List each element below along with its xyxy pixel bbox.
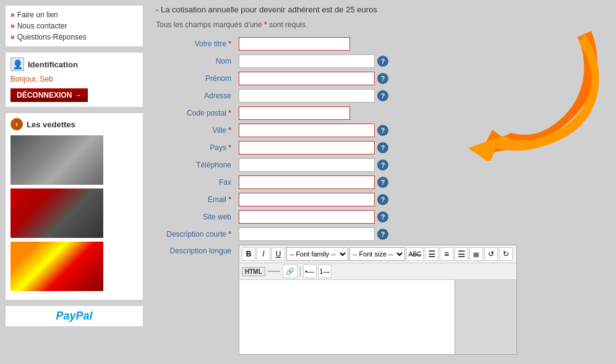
sidebar-link-questions[interactable]: Questions-Réponses: [11, 32, 138, 43]
rte-abc-button[interactable]: ABC: [406, 247, 424, 261]
input-fax[interactable]: [239, 176, 375, 189]
help-icon-fax[interactable]: ?: [377, 177, 388, 188]
registration-form: Votre titre * Nom ?: [156, 35, 609, 357]
input-nom[interactable]: [239, 54, 375, 68]
label-description-longue: Description longue: [156, 243, 236, 357]
input-email[interactable]: [239, 193, 375, 206]
identification-title: Identification: [28, 60, 78, 69]
field-email: Email * ?: [156, 191, 609, 208]
input-cell-votre-titre: [236, 35, 609, 53]
input-prenom[interactable]: [239, 72, 375, 85]
help-icon-telephone[interactable]: ?: [377, 159, 388, 171]
main-content: - La cotisation annuelle pour devenir ad…: [148, 0, 616, 364]
input-ville[interactable]: [239, 124, 375, 137]
input-cell-email: ?: [236, 191, 609, 208]
input-cell-description-longue: B I U -- Font family -- -- Font size -- …: [236, 243, 609, 357]
identification-box: 👤 Identification Bonjour, Seb DÉCONNEXIO…: [5, 52, 143, 108]
rte-underline-button[interactable]: U: [272, 247, 285, 261]
rte-align-center-button[interactable]: ≡: [440, 247, 453, 261]
vedette-image-1[interactable]: [11, 135, 103, 185]
input-cell-code-postal: [236, 104, 609, 122]
input-cell-ville: ?: [236, 122, 609, 139]
rte-list-unordered-button[interactable]: 1—: [318, 265, 332, 278]
rte-align-right-button[interactable]: ☰: [455, 247, 468, 261]
rte-redo-button[interactable]: ↻: [499, 247, 513, 261]
label-pays: Pays *: [156, 139, 236, 156]
field-fax: Fax ?: [156, 174, 609, 191]
help-icon-pays[interactable]: ?: [377, 142, 388, 153]
field-description-longue: Description longue B I U -- Font family …: [156, 243, 609, 357]
input-cell-prenom: ?: [236, 70, 609, 87]
vedette-image-2[interactable]: [11, 188, 103, 238]
field-code-postal: Code postal *: [156, 104, 609, 122]
sidebar-link-nous-contacter[interactable]: Nous contacter: [11, 20, 138, 32]
label-description-courte: Description courte *: [156, 226, 236, 243]
rich-text-editor: B I U -- Font family -- -- Font size -- …: [239, 245, 517, 355]
rte-toolbar-row2: HTML 🔗 •— 1—: [239, 263, 516, 280]
input-adresse[interactable]: [239, 89, 375, 103]
help-icon-adresse[interactable]: ?: [377, 90, 388, 101]
input-votre-titre[interactable]: [239, 37, 350, 51]
help-icon-description-courte[interactable]: ?: [377, 229, 388, 240]
rte-divider-1: [300, 266, 301, 276]
paypal-logo: PayPal: [11, 310, 138, 323]
sidebar-nav: Faire un lien Nous contacter Questions-R…: [5, 5, 143, 47]
rte-italic-button[interactable]: I: [257, 247, 270, 261]
rte-align-left-button[interactable]: ☰: [425, 247, 438, 261]
input-cell-telephone: ?: [236, 156, 609, 174]
rte-toolbar-row1: B I U -- Font family -- -- Font size -- …: [239, 245, 516, 263]
label-votre-titre: Votre titre *: [156, 35, 236, 53]
label-code-postal: Code postal *: [156, 104, 236, 122]
help-icon-prenom[interactable]: ?: [377, 73, 388, 84]
help-icon-nom[interactable]: ?: [377, 56, 388, 67]
input-cell-pays: ?: [236, 139, 609, 156]
input-pays[interactable]: [239, 141, 375, 154]
input-cell-adresse: ?: [236, 87, 609, 104]
label-site-web: Site web: [156, 208, 236, 226]
rte-list-ordered-button[interactable]: •—: [303, 265, 317, 278]
rte-side-area: [455, 280, 516, 354]
rte-font-family-select[interactable]: -- Font family --: [286, 247, 348, 261]
label-telephone: Téléphone: [156, 156, 236, 174]
field-description-courte: Description courte * ?: [156, 226, 609, 243]
label-ville: Ville *: [156, 122, 236, 139]
label-nom: Nom: [156, 53, 236, 70]
vedette-image-3[interactable]: [11, 242, 103, 291]
input-cell-description-courte: ?: [236, 226, 609, 243]
label-adresse: Adresse: [156, 87, 236, 104]
rte-link-button[interactable]: 🔗: [283, 265, 297, 278]
field-votre-titre: Votre titre *: [156, 35, 609, 53]
input-telephone[interactable]: [239, 158, 375, 172]
help-icon-email[interactable]: ?: [377, 194, 388, 205]
deconnexion-button[interactable]: DÉCONNEXION: [11, 88, 88, 102]
input-code-postal[interactable]: [239, 106, 350, 120]
input-description-courte[interactable]: [239, 227, 375, 241]
field-ville: Ville * ?: [156, 122, 609, 139]
identification-icon: 👤: [11, 57, 24, 71]
rte-font-size-select[interactable]: -- Font size --: [349, 247, 405, 261]
vedettes-icon: ›: [11, 118, 23, 130]
rte-edit-area[interactable]: [239, 280, 455, 354]
label-prenom: Prénom: [156, 70, 236, 87]
input-cell-nom: ?: [236, 53, 609, 70]
rte-html-button[interactable]: HTML: [242, 267, 265, 276]
field-telephone: Téléphone ?: [156, 156, 609, 174]
rte-align-justify-button[interactable]: ≣: [469, 247, 483, 261]
vedettes-box: › Les vedettes: [5, 112, 143, 300]
vedettes-title: Les vedettes: [27, 120, 75, 129]
paypal-logo-text: Pay: [56, 310, 75, 322]
field-adresse: Adresse ?: [156, 87, 609, 104]
help-icon-site-web[interactable]: ?: [377, 211, 388, 222]
rte-bold-button[interactable]: B: [242, 247, 255, 261]
input-site-web[interactable]: [239, 210, 375, 224]
greeting-text: Bonjour, Seb: [11, 75, 138, 83]
sidebar-link-faire-lien[interactable]: Faire un lien: [11, 9, 138, 20]
paypal-box: PayPal: [5, 305, 143, 327]
input-cell-site-web: ?: [236, 208, 609, 226]
help-icon-ville[interactable]: ?: [377, 125, 388, 136]
field-prenom: Prénom ?: [156, 70, 609, 87]
vedettes-header: › Les vedettes: [11, 118, 138, 130]
rte-hr-icon: [268, 271, 280, 272]
rte-undo-button[interactable]: ↺: [484, 247, 498, 261]
label-email: Email *: [156, 191, 236, 208]
